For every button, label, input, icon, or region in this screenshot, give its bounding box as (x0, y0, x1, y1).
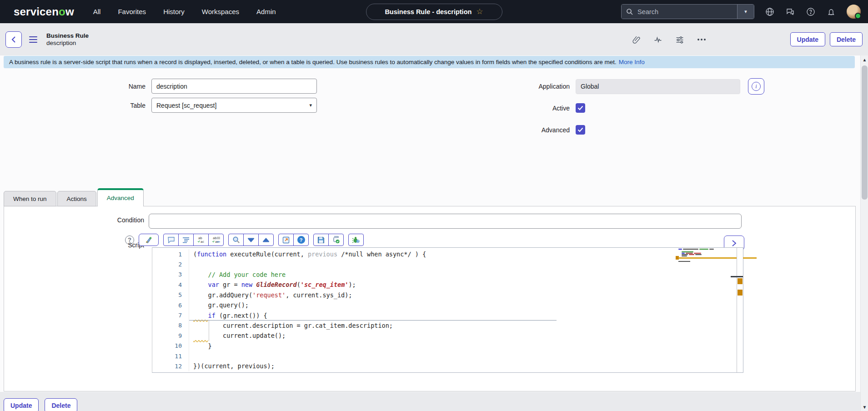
script-debugger-button[interactable]: ? (348, 234, 364, 246)
script-label: Script (4, 241, 144, 249)
replace-button[interactable]: abac (193, 234, 209, 246)
script-editor[interactable]: 1(function executeRule(current, previous… (152, 247, 743, 373)
global-search[interactable]: ▾ (621, 4, 754, 19)
user-avatar[interactable] (847, 5, 861, 19)
line-number: 10 (152, 342, 189, 349)
code-line[interactable]: 3 // Add your code here (152, 270, 737, 280)
replace-all-button[interactable]: abac (208, 234, 224, 246)
editor-help-button[interactable]: ? (293, 234, 309, 246)
tab-actions[interactable]: Actions (57, 191, 96, 206)
record-header-bar: Business Rule description Update Delete (0, 23, 868, 55)
comment-toggle-button[interactable] (163, 234, 179, 246)
search-scope-dropdown[interactable]: ▾ (737, 5, 754, 19)
footer-update-button[interactable]: Update (4, 398, 39, 411)
more-info-link[interactable]: More Info (619, 59, 645, 65)
favorite-star-icon[interactable]: ☆ (476, 7, 483, 16)
toggle-syntax-editor-button[interactable] (139, 234, 159, 246)
activity-stream-icon[interactable] (653, 35, 663, 45)
code-line[interactable]: 4 var gr = new GlideRecord('sc_req_item'… (152, 280, 737, 290)
find-next-icon[interactable] (243, 234, 259, 246)
code-minimap-icon[interactable] (678, 249, 730, 263)
scroll-up-icon[interactable]: ▲ (861, 55, 868, 64)
help-icon[interactable] (806, 7, 816, 17)
tab-advanced[interactable]: Advanced (97, 188, 144, 206)
servicenow-logo[interactable]: servicenow (14, 5, 74, 18)
chat-icon[interactable] (785, 7, 795, 17)
condition-input[interactable] (149, 214, 742, 229)
lint-warning-marker[interactable] (738, 290, 743, 296)
code-line[interactable]: 1(function executeRule(current, previous… (152, 249, 737, 259)
line-content: current.description = gr.cat_item.descri… (189, 321, 393, 331)
primary-nav: AllFavoritesHistoryWorkspacesAdmin (93, 8, 276, 15)
record-type: Business Rule (46, 32, 89, 40)
tab-when-to-run[interactable]: When to run (4, 191, 56, 206)
update-button[interactable]: Update (790, 32, 825, 46)
code-line[interactable]: 10 } (152, 341, 737, 351)
logo-text: servicen (14, 5, 59, 18)
annotation-strip[interactable] (737, 248, 743, 372)
save-script-button[interactable] (313, 234, 329, 246)
editor-help-icon: ? (297, 236, 305, 244)
delete-button[interactable]: Delete (830, 32, 863, 46)
line-number: 3 (152, 271, 189, 278)
svg-text:?: ? (357, 240, 359, 243)
code-line[interactable]: 12})(current, previous); (152, 361, 737, 371)
info-banner: A business rule is a server-side script … (4, 56, 855, 68)
script-help-icon[interactable]: ? (125, 236, 134, 245)
active-checkbox[interactable] (576, 103, 585, 113)
nav-item-workspaces[interactable]: Workspaces (202, 8, 239, 15)
application-label: Application (0, 83, 570, 90)
line-content: gr.addQuery('request', current.sys_id); (189, 290, 352, 300)
advanced-checkbox[interactable] (576, 125, 585, 135)
line-number: 9 (152, 332, 189, 339)
line-content: // Add your code here (189, 270, 286, 280)
code-line[interactable]: 11 (152, 351, 737, 361)
open-in-new-window-button[interactable] (278, 234, 294, 246)
active-row: Active (0, 103, 585, 113)
line-number: 5 (152, 291, 189, 298)
line-number: 8 (152, 322, 189, 329)
line-number: 11 (152, 353, 189, 360)
lint-warning-marker[interactable] (738, 278, 743, 284)
nav-item-favorites[interactable]: Favorites (118, 8, 146, 15)
nav-item-all[interactable]: All (93, 8, 101, 15)
find-button[interactable] (228, 234, 244, 246)
personalize-sliders-icon[interactable] (675, 35, 685, 45)
application-row: Application Global i (0, 78, 764, 95)
form-context-menu-icon[interactable] (29, 36, 37, 43)
code-line[interactable]: 7 if (gr.next()) { (152, 310, 737, 320)
info-banner-text: A business rule is a server-side script … (9, 59, 617, 65)
code-lines: 1(function executeRule(current, previous… (152, 248, 737, 372)
find-previous-icon[interactable] (258, 234, 274, 246)
advanced-row: Advanced (0, 125, 585, 135)
tab-bar: When to runActionsAdvanced (4, 188, 145, 206)
code-line[interactable]: 9 current.update(); (152, 331, 737, 341)
more-options-icon[interactable] (697, 35, 707, 45)
globe-icon[interactable] (765, 7, 775, 17)
code-line[interactable]: 8 current.description = gr.cat_item.desc… (152, 321, 737, 331)
attachment-paperclip-icon[interactable] (631, 35, 641, 45)
application-field: Global (576, 79, 740, 94)
scroll-down-icon[interactable]: ▼ (861, 403, 868, 411)
notifications-bell-icon[interactable] (826, 7, 836, 17)
code-line[interactable]: 2 (152, 259, 737, 269)
toolbar-group-window: ? (278, 234, 309, 246)
footer-delete-button[interactable]: Delete (45, 398, 77, 411)
code-line[interactable]: 6 gr.query(); (152, 300, 737, 310)
line-content: if (gr.next()) { (189, 310, 267, 320)
nav-item-history[interactable]: History (163, 8, 185, 15)
code-line[interactable]: 5 gr.addQuery('request', current.sys_id)… (152, 290, 737, 300)
validate-script-button[interactable] (328, 234, 344, 246)
toolbar-group-search (228, 234, 274, 246)
record-title: Business Rule description (46, 32, 89, 47)
scrollbar-thumb[interactable] (862, 65, 868, 200)
search-input[interactable] (637, 8, 706, 15)
nav-item-admin[interactable]: Admin (256, 8, 276, 15)
application-info-button[interactable]: i (748, 78, 764, 95)
record-actions (631, 35, 707, 45)
page-scrollbar[interactable]: ▲ ▼ (860, 55, 868, 411)
record-context-pill[interactable]: Business Rule - description ☆ (366, 4, 502, 20)
back-button[interactable] (5, 31, 22, 48)
format-code-button[interactable] (178, 234, 194, 246)
line-number: 12 (152, 363, 189, 370)
